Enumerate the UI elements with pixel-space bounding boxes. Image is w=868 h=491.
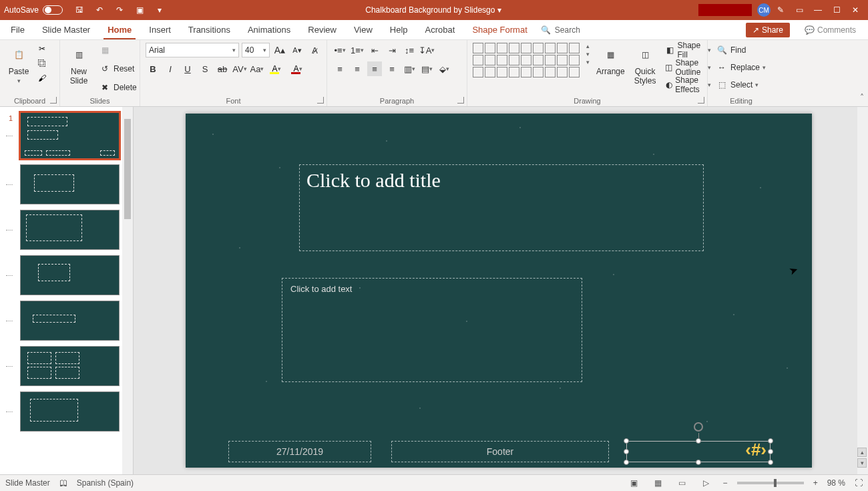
shapes-up-icon[interactable]: ▴ bbox=[586, 43, 590, 49]
shape-outline-button[interactable]: ◫Shape Outline▾ bbox=[662, 60, 714, 75]
tell-me-search[interactable]: 🔍 Search bbox=[541, 25, 580, 35]
layout-thumb-6[interactable] bbox=[20, 346, 120, 386]
edit-scrollbar[interactable] bbox=[857, 107, 868, 474]
body-placeholder[interactable]: Click to add text bbox=[282, 278, 582, 382]
align-center-icon[interactable]: ≡ bbox=[350, 61, 365, 76]
title-placeholder[interactable]: Click to add title bbox=[299, 164, 704, 251]
zoom-in-icon[interactable]: + bbox=[813, 478, 818, 488]
prev-slide-icon[interactable]: ▴ bbox=[857, 448, 867, 457]
resize-handle[interactable] bbox=[696, 460, 701, 465]
reading-view-icon[interactable]: ▭ bbox=[675, 477, 690, 489]
zoom-out-icon[interactable]: − bbox=[723, 478, 728, 488]
date-placeholder[interactable]: 27/11/2019 bbox=[228, 441, 371, 462]
tab-animations[interactable]: Animations bbox=[244, 21, 294, 39]
clear-formatting-icon[interactable]: A̷ bbox=[307, 43, 322, 57]
comments-button[interactable]: 💬 Comments bbox=[799, 23, 861, 37]
sorter-view-icon[interactable]: ▦ bbox=[651, 477, 666, 489]
maximize-icon[interactable]: ☐ bbox=[828, 1, 845, 19]
font-name-combo[interactable]: Arial▾ bbox=[146, 43, 239, 57]
redo-icon[interactable]: ↷ bbox=[111, 1, 128, 19]
accessibility-icon[interactable]: 🕮 bbox=[59, 478, 67, 488]
reset-button[interactable]: ↺Reset bbox=[96, 61, 140, 76]
rotate-handle-icon[interactable] bbox=[694, 422, 703, 432]
columns-button[interactable]: ▥▾ bbox=[402, 61, 417, 76]
replace-button[interactable]: ↔Replace▾ bbox=[713, 60, 769, 75]
bullets-button[interactable]: •≡▾ bbox=[333, 43, 347, 57]
tab-home[interactable]: Home bbox=[103, 21, 136, 39]
undo-icon[interactable]: ↶ bbox=[91, 1, 108, 19]
resize-handle[interactable] bbox=[624, 460, 629, 465]
shrink-font-icon[interactable]: A▾ bbox=[290, 43, 304, 57]
resize-handle[interactable] bbox=[768, 460, 773, 465]
layout-thumb-7[interactable] bbox=[20, 391, 120, 432]
clipboard-launcher-icon[interactable] bbox=[50, 97, 57, 104]
thumb-scrollbar[interactable] bbox=[122, 107, 133, 474]
cut-icon[interactable]: ✂ bbox=[36, 43, 48, 55]
numbering-button[interactable]: 1≡▾ bbox=[350, 43, 365, 57]
select-button[interactable]: ⬚Select▾ bbox=[713, 77, 761, 92]
line-spacing-button[interactable]: ↕≡ bbox=[402, 43, 417, 57]
zoom-slider[interactable] bbox=[737, 482, 804, 484]
delete-button[interactable]: ✖Delete bbox=[96, 80, 140, 95]
user-avatar[interactable]: CM bbox=[757, 3, 771, 17]
layout-thumb-4[interactable] bbox=[20, 255, 120, 295]
strike-button[interactable]: ab bbox=[215, 61, 230, 76]
next-slide-icon[interactable]: ▾ bbox=[857, 458, 867, 468]
layout-button[interactable]: ▦ bbox=[96, 43, 140, 57]
status-language[interactable]: Spanish (Spain) bbox=[77, 478, 134, 488]
ribbon-display-icon[interactable]: ▭ bbox=[791, 1, 808, 19]
new-slide-button[interactable]: ▥ New Slide bbox=[65, 43, 92, 87]
format-painter-icon[interactable]: 🖌 bbox=[36, 72, 48, 84]
minimize-icon[interactable]: — bbox=[809, 1, 827, 19]
tab-help[interactable]: Help bbox=[386, 21, 412, 39]
tab-shape-format[interactable]: Shape Format bbox=[468, 21, 531, 39]
tab-review[interactable]: Review bbox=[304, 21, 341, 39]
slide-canvas[interactable]: Click to add title Click to add text 27/… bbox=[186, 114, 812, 468]
italic-button[interactable]: I bbox=[163, 61, 178, 76]
grow-font-icon[interactable]: A▴ bbox=[272, 43, 287, 57]
char-spacing-button[interactable]: AV▾ bbox=[232, 61, 247, 76]
qat-more-icon[interactable]: ▾ bbox=[151, 1, 168, 19]
slide-edit-area[interactable]: Click to add title Click to add text 27/… bbox=[134, 107, 868, 474]
paste-button[interactable]: 📋 Paste ▾ bbox=[5, 43, 32, 86]
resize-handle[interactable] bbox=[624, 449, 629, 454]
resize-handle[interactable] bbox=[696, 438, 701, 444]
paragraph-launcher-icon[interactable] bbox=[457, 97, 464, 104]
tab-transitions[interactable]: Transitions bbox=[184, 21, 234, 39]
resize-handle[interactable] bbox=[624, 438, 629, 444]
slide-number-placeholder[interactable]: ‹#› bbox=[626, 441, 771, 462]
text-direction-button[interactable]: ↧A▾ bbox=[419, 43, 434, 57]
change-case-button[interactable]: Aa▾ bbox=[250, 61, 264, 76]
layout-thumb-1[interactable]: 1 bbox=[20, 112, 120, 159]
font-color-button[interactable]: A▾ bbox=[288, 61, 307, 76]
normal-view-icon[interactable]: ▣ bbox=[627, 477, 642, 489]
share-button[interactable]: ↗ Share bbox=[746, 23, 790, 37]
font-size-combo[interactable]: 40▾ bbox=[242, 43, 270, 57]
shapes-more-icon[interactable]: ▾ bbox=[586, 59, 590, 65]
smartart-button[interactable]: ⬙▾ bbox=[437, 61, 451, 76]
tab-file[interactable]: File bbox=[7, 21, 29, 39]
zoom-level[interactable]: 98 % bbox=[827, 478, 845, 488]
shape-effects-button[interactable]: ◐Shape Effects▾ bbox=[662, 77, 714, 92]
highlight-color-button[interactable]: A▾ bbox=[267, 61, 286, 76]
drawing-launcher-icon[interactable] bbox=[698, 97, 704, 104]
increase-indent-icon[interactable]: ⇥ bbox=[385, 43, 399, 57]
fit-window-icon[interactable]: ⛶ bbox=[855, 478, 863, 488]
layout-thumb-3[interactable] bbox=[20, 210, 120, 250]
resize-handle[interactable] bbox=[768, 449, 773, 454]
tab-view[interactable]: View bbox=[350, 21, 377, 39]
autosave-toggle[interactable]: AutoSave bbox=[4, 5, 63, 15]
align-left-icon[interactable]: ≡ bbox=[333, 61, 347, 76]
font-launcher-icon[interactable] bbox=[317, 97, 324, 104]
tab-acrobat[interactable]: Acrobat bbox=[421, 21, 459, 39]
justify-icon[interactable]: ≡ bbox=[385, 61, 399, 76]
find-button[interactable]: 🔍Find bbox=[713, 43, 753, 57]
footer-placeholder[interactable]: Footer bbox=[391, 441, 609, 462]
slideshow-view-icon[interactable]: ▷ bbox=[699, 477, 714, 489]
save-icon[interactable]: 🖫 bbox=[71, 1, 88, 19]
thumbnail-pane[interactable]: 1 bbox=[0, 107, 134, 474]
close-icon[interactable]: ✕ bbox=[847, 1, 864, 19]
underline-button[interactable]: U bbox=[180, 61, 195, 76]
decrease-indent-icon[interactable]: ⇤ bbox=[367, 43, 382, 57]
layout-thumb-2[interactable] bbox=[20, 164, 120, 204]
